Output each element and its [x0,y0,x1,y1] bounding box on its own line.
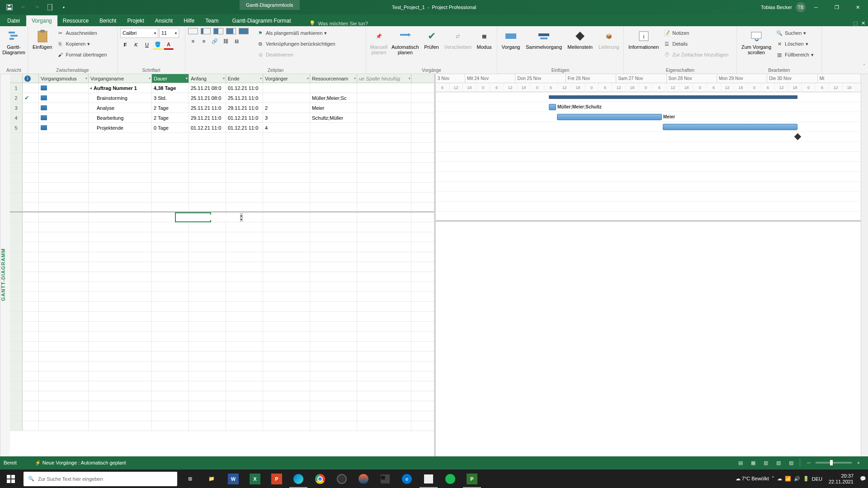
empty-row[interactable] [10,222,434,232]
tab-file[interactable]: Datei [2,15,25,26]
empty-row[interactable] [10,252,434,262]
respect-links-button[interactable]: ⧉Verknüpfungen berücksichtigen [257,39,335,49]
empty-row[interactable] [10,173,434,183]
col-predecessor[interactable]: Vorgänger▾ [263,74,310,83]
table-row[interactable]: 2 ✔ Brainstorming 3 Std. 25.11.21 08:0 2… [10,93,434,103]
col-resources[interactable]: Ressourcennam▾ [310,74,357,83]
mode-cell[interactable] [39,123,89,132]
col-start[interactable]: Anfang▾ [189,74,226,83]
tab-view[interactable]: Ansicht [150,15,178,26]
copy-button[interactable]: ⎘Kopieren ▾ [57,39,107,49]
new-icon[interactable] [44,1,56,13]
empty-row[interactable] [10,361,434,371]
app-icon-3[interactable] [418,469,439,488]
empty-row[interactable] [10,381,434,391]
task-bar-4[interactable] [663,124,797,130]
italic-button[interactable]: K [131,40,141,50]
start-cell[interactable]: 25.11.21 08:0 [189,83,226,93]
insert-summary-button[interactable]: Sammelvorgang [524,28,563,51]
start-cell[interactable]: 29.11.21 11:0 [189,113,226,122]
mode-cell[interactable] [39,83,89,93]
font-name-combo[interactable]: Calibri▾ [120,28,158,38]
summary-bar[interactable] [549,95,797,99]
col-indicator[interactable]: i [23,74,39,83]
pct-0-button[interactable] [188,28,198,34]
paste-button[interactable]: Einfügen [31,28,54,51]
tab-task[interactable]: Vorgang [26,15,57,26]
spinner-control[interactable]: ▴▾ [240,213,243,221]
percent-complete-buttons[interactable] [188,28,250,34]
zoom-slider[interactable] [816,462,852,464]
pred-cell[interactable]: 2 [263,103,310,113]
end-cell[interactable]: 01.12.21 11:0 [226,83,263,93]
redo-icon[interactable]: ↷ [31,1,42,13]
insert-milestone-button[interactable]: Meilenstein [566,28,594,51]
spotify-icon[interactable] [439,469,461,488]
ribbon-close-icon[interactable]: ✕ [861,20,865,26]
user-avatar[interactable]: TB [796,2,806,12]
row-number[interactable]: 3 [10,103,23,113]
gantt-chart[interactable]: 3 NovMit 24 NovDon 25 NovFre 26 NovSam 2… [436,74,868,475]
maximize-button[interactable]: ❐ [826,0,847,14]
tab-project[interactable]: Projekt [122,15,149,26]
active-cell-editor[interactable]: ▴▾ [175,212,211,222]
edge-legacy-icon[interactable]: e [396,469,418,488]
close-button[interactable]: ✕ [847,0,868,14]
empty-row[interactable] [10,322,434,332]
empty-row[interactable] [10,352,434,361]
delete-button[interactable]: ✕Löschen ▾ [776,39,814,49]
pred-cell[interactable]: 4 [263,123,310,132]
tray-onedrive-icon[interactable]: ☁ [777,476,782,482]
res-cell[interactable]: Müller;Meier;Sc [310,93,357,103]
tray-battery-icon[interactable]: 🔋 [803,476,809,482]
font-size-combo[interactable]: 11▾ [159,28,179,38]
powerpoint-icon[interactable]: P [266,469,288,488]
col-mode[interactable]: Vorgangsmodus▾ [39,74,89,83]
app-icon-2[interactable]: ▦ [374,469,396,488]
taskbar-search[interactable]: 🔍Zur Suche Text hier eingeben [24,472,177,486]
end-cell[interactable]: 25.11.21 11:0 [226,93,263,103]
mark-ontrack-button[interactable]: ⚑Als plangemäß markieren ▾ [257,28,335,38]
find-button[interactable]: 🔍Suchen ▾ [776,28,814,38]
underline-button[interactable]: U [142,40,152,50]
manual-schedule-button[interactable]: 📌Manuell planen [369,28,389,56]
add-cell[interactable] [357,103,411,113]
empty-row[interactable] [10,262,434,272]
scroll-to-task-button[interactable]: Zum Vorgang scrollen [740,28,773,56]
insert-task-button[interactable]: Vorgang [500,28,522,51]
unlink-button[interactable]: ⛓ [221,36,231,46]
empty-row[interactable] [10,242,434,252]
undo-icon[interactable]: ↶ [17,1,29,13]
indicator-cell[interactable] [23,83,39,93]
empty-row[interactable] [10,421,434,431]
weather-widget[interactable]: ☁ 7°C Bewölkt [736,476,769,482]
fill-button[interactable]: ▥Füllbereich ▾ [776,50,814,60]
tab-resource[interactable]: Ressource [57,15,94,26]
empty-row[interactable] [10,133,434,143]
font-color-button[interactable]: A [164,40,174,50]
empty-row[interactable] [10,232,434,242]
col-name[interactable]: Vorgangsname▾ [89,74,152,83]
tray-lang[interactable]: DEU [812,476,822,482]
duration-cell[interactable]: 3 Std. [152,93,189,103]
inspect-button[interactable]: ✔Prüfen [422,28,442,51]
row-number[interactable]: 5 [10,123,23,132]
name-cell[interactable]: Analyse [89,103,152,113]
notes-button[interactable]: 📝Notizen [663,28,728,38]
name-cell[interactable]: Brainstorming [89,93,152,103]
col-add-new[interactable]: ue Spalte hinzufüg▾ [357,74,411,83]
qat-more-icon[interactable]: ▾ [58,1,70,13]
task-bar-3[interactable]: Meier [557,114,662,120]
tab-report[interactable]: Bericht [94,15,122,26]
tray-network-icon[interactable]: 📶 [785,476,791,482]
format-painter-button[interactable]: 🖌Format übertragen [57,50,107,60]
duration-cell[interactable]: 2 Tage [152,103,189,113]
row-number[interactable]: 1 [10,83,23,93]
project-icon[interactable]: P [461,469,483,488]
table-row[interactable]: 1 Auftrag Nummer 1 4,38 Tage 25.11.21 08… [10,83,434,93]
empty-row[interactable] [10,292,434,302]
split-button[interactable]: ⊟ [231,36,241,46]
empty-row[interactable] [10,202,434,212]
collapse-ribbon-icon[interactable]: ˄ [863,63,865,68]
res-cell[interactable]: Meier [310,103,357,113]
